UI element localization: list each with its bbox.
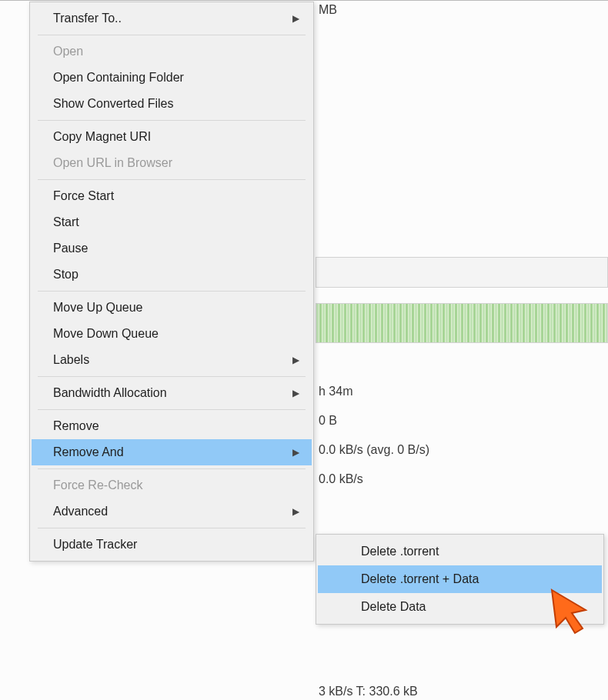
submenu-delete-torrent[interactable]: Delete .torrent: [318, 538, 602, 565]
menu-move-up-queue[interactable]: Move Up Queue: [32, 295, 312, 321]
menu-label: Delete Data: [361, 600, 586, 614]
menu-pause[interactable]: Pause: [32, 235, 312, 262]
menu-separator: [38, 120, 306, 121]
menu-force-start[interactable]: Force Start: [32, 183, 312, 209]
submenu-arrow-icon: ▶: [292, 13, 299, 24]
menu-separator: [38, 376, 306, 377]
menu-label: Move Up Queue: [53, 301, 299, 315]
menu-update-tracker[interactable]: Update Tracker: [32, 532, 312, 558]
menu-separator: [38, 291, 306, 292]
remove-and-submenu: Delete .torrent Delete .torrent + Data D…: [316, 534, 604, 625]
menu-label: Labels: [53, 353, 286, 367]
submenu-arrow-icon: ▶: [292, 355, 299, 365]
menu-label: Open: [53, 45, 299, 58]
menu-separator: [38, 409, 306, 410]
menu-label: Force Re-Check: [53, 478, 299, 492]
menu-label: Update Tracker: [53, 538, 299, 552]
menu-open-containing-folder[interactable]: Open Containing Folder: [32, 65, 312, 91]
menu-label: Stop: [53, 268, 299, 282]
menu-separator: [38, 35, 306, 35]
context-menu: Transfer To.. ▶ Open Open Containing Fol…: [29, 2, 314, 562]
download-speed-value: 0.0 kB/s (avg. 0 B/s): [319, 443, 429, 457]
menu-label: Copy Magnet URI: [53, 130, 299, 144]
eta-value: h 34m: [319, 385, 352, 398]
submenu-delete-torrent-data[interactable]: Delete .torrent + Data: [318, 565, 602, 593]
menu-label: Open URL in Browser: [53, 156, 299, 170]
size-fragment: MB: [319, 3, 337, 17]
submenu-arrow-icon: ▶: [292, 388, 299, 398]
menu-label: Remove And: [53, 445, 286, 459]
menu-label: Transfer To..: [53, 12, 286, 25]
menu-label: Pause: [53, 242, 299, 255]
menu-separator: [38, 528, 306, 528]
submenu-arrow-icon: ▶: [292, 506, 299, 517]
menu-labels[interactable]: Labels ▶: [32, 347, 312, 373]
menu-bandwidth-allocation[interactable]: Bandwidth Allocation ▶: [32, 380, 312, 406]
menu-stop[interactable]: Stop: [32, 262, 312, 288]
menu-separator: [38, 468, 306, 469]
menu-label: Show Converted Files: [53, 97, 299, 111]
menu-label: Remove: [53, 419, 299, 433]
menu-open: Open: [32, 38, 312, 65]
menu-advanced[interactable]: Advanced ▶: [32, 498, 312, 525]
menu-label: Start: [53, 215, 299, 229]
menu-move-down-queue[interactable]: Move Down Queue: [32, 321, 312, 347]
menu-separator: [38, 179, 306, 180]
menu-remove[interactable]: Remove: [32, 413, 312, 439]
upload-speed-value: 0.0 kB/s: [319, 472, 363, 486]
transfer-stats-fragment: 3 kB/s T: 330.6 kB: [319, 685, 418, 698]
menu-label: Bandwidth Allocation: [53, 386, 286, 400]
progress-bar: [316, 257, 608, 288]
submenu-arrow-icon: ▶: [292, 447, 299, 458]
menu-label: Advanced: [53, 505, 286, 518]
menu-copy-magnet-uri[interactable]: Copy Magnet URI: [32, 124, 312, 150]
menu-force-recheck: Force Re-Check: [32, 472, 312, 498]
menu-label: Force Start: [53, 189, 299, 203]
menu-open-url-in-browser: Open URL in Browser: [32, 150, 312, 176]
menu-label: Open Containing Folder: [53, 71, 299, 85]
menu-label: Delete .torrent + Data: [361, 572, 586, 586]
menu-remove-and[interactable]: Remove And ▶: [32, 439, 312, 465]
menu-show-converted-files[interactable]: Show Converted Files: [32, 91, 312, 117]
menu-label: Delete .torrent: [361, 545, 586, 558]
submenu-delete-data[interactable]: Delete Data: [318, 593, 602, 621]
piece-availability-bar: [316, 303, 608, 343]
menu-start[interactable]: Start: [32, 209, 312, 235]
menu-transfer-to[interactable]: Transfer To.. ▶: [32, 5, 312, 32]
uploaded-value: 0 B: [319, 414, 337, 428]
menu-label: Move Down Queue: [53, 327, 299, 341]
